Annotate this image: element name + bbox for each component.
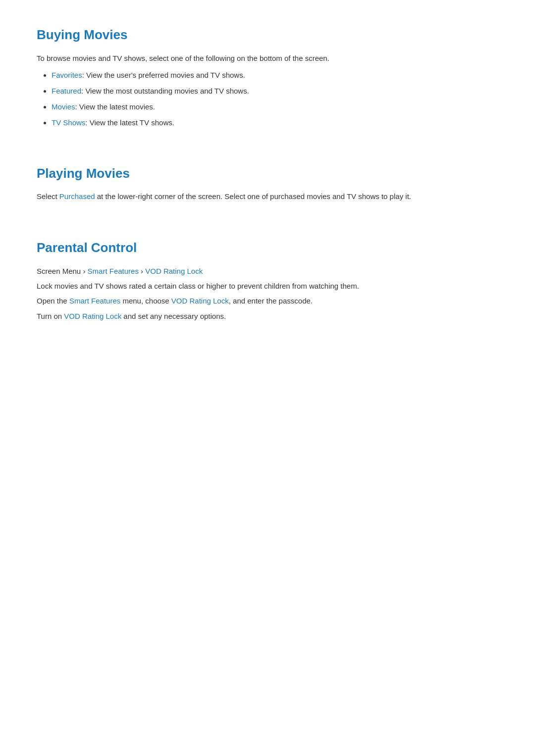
- line2-suffix: , and enter the passcode.: [229, 297, 313, 305]
- smart-features-link[interactable]: Smart Features: [69, 297, 120, 305]
- buying-movies-title: Buying Movies: [37, 25, 498, 46]
- playing-movies-after: at the lower-right corner of the screen.…: [95, 192, 411, 201]
- list-item: TV Shows: View the latest TV shows.: [52, 117, 498, 129]
- featured-link[interactable]: Featured: [52, 87, 81, 95]
- line3-suffix: and set any necessary options.: [121, 312, 226, 320]
- breadcrumb-prefix: Screen Menu ›: [37, 267, 88, 275]
- line3-prefix: Turn on: [37, 312, 64, 320]
- parental-line3: Turn on VOD Rating Lock and set any nece…: [37, 310, 498, 323]
- smart-features-breadcrumb-link[interactable]: Smart Features: [88, 267, 139, 275]
- movies-link[interactable]: Movies: [52, 102, 75, 111]
- purchased-link[interactable]: Purchased: [59, 192, 95, 201]
- breadcrumb: Screen Menu › Smart Features › VOD Ratin…: [37, 265, 498, 277]
- parental-line1: Lock movies and TV shows rated a certain…: [37, 280, 498, 293]
- parental-control-section: Parental Control Screen Menu › Smart Fea…: [37, 238, 498, 323]
- spacer-1: [37, 149, 498, 163]
- line2-middle: menu, choose: [120, 297, 171, 305]
- playing-movies-title: Playing Movies: [37, 163, 498, 184]
- list-item: Featured: View the most outstanding movi…: [52, 85, 498, 97]
- breadcrumb-separator: ›: [139, 267, 145, 275]
- list-item: Movies: View the latest movies.: [52, 101, 498, 113]
- line2-prefix: Open the: [37, 297, 69, 305]
- featured-desc: : View the most outstanding movies and T…: [81, 87, 249, 95]
- list-item: Favorites: View the user's preferred mov…: [52, 69, 498, 81]
- spacer-2: [37, 223, 498, 238]
- parental-line2: Open the Smart Features menu, choose VOD…: [37, 295, 498, 307]
- buying-movies-list: Favorites: View the user's preferred mov…: [37, 69, 498, 129]
- playing-movies-para: Select Purchased at the lower-right corn…: [37, 191, 498, 203]
- parental-control-title: Parental Control: [37, 238, 498, 258]
- playing-movies-before: Select: [37, 192, 59, 201]
- tv-shows-link[interactable]: TV Shows: [52, 118, 85, 127]
- tv-shows-desc: : View the latest TV shows.: [85, 118, 174, 127]
- favorites-desc: : View the user's preferred movies and T…: [82, 71, 245, 79]
- buying-movies-intro: To browse movies and TV shows, select on…: [37, 52, 498, 64]
- movies-desc: : View the latest movies.: [75, 102, 155, 111]
- playing-movies-section: Playing Movies Select Purchased at the l…: [37, 163, 498, 203]
- favorites-link[interactable]: Favorites: [52, 71, 82, 79]
- vod-rating-lock-breadcrumb-link[interactable]: VOD Rating Lock: [145, 267, 203, 275]
- vod-rating-lock-link2[interactable]: VOD Rating Lock: [64, 312, 121, 320]
- buying-movies-section: Buying Movies To browse movies and TV sh…: [37, 25, 498, 129]
- vod-rating-lock-link[interactable]: VOD Rating Lock: [171, 297, 229, 305]
